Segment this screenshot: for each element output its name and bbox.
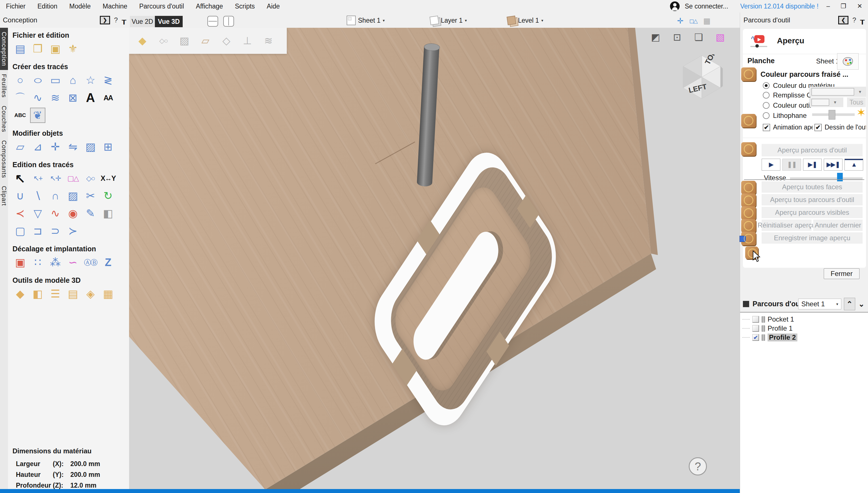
menu-item[interactable]: Fichier bbox=[0, 3, 32, 10]
help-bubble-button[interactable]: ? bbox=[689, 457, 707, 475]
fast-forward-button[interactable]: ▶▶❚ bbox=[824, 159, 843, 171]
tag-fillet-icon[interactable]: ◉ bbox=[65, 206, 81, 221]
add-zero-plane-icon[interactable]: ▦ bbox=[100, 286, 116, 301]
draw-circle-icon[interactable]: ○ bbox=[13, 72, 28, 88]
view-cube[interactable]: TOP LEFT bbox=[678, 55, 726, 102]
draw-rectangle-icon[interactable]: ▭ bbox=[48, 72, 63, 88]
wireframe-cube-icon[interactable]: ◇ bbox=[219, 34, 234, 48]
trace-bitmap-icon[interactable]: ✎ bbox=[83, 206, 98, 221]
align-to-material-icon[interactable]: ⊞ bbox=[100, 139, 116, 154]
create-text-icon[interactable]: A bbox=[83, 90, 98, 105]
sidebar-tab[interactable]: Clipart bbox=[0, 182, 8, 210]
menu-item[interactable]: Edition bbox=[32, 3, 63, 10]
user-avatar-icon[interactable] bbox=[670, 1, 680, 11]
trim-vectors-icon[interactable]: ✂ bbox=[83, 188, 98, 203]
level-dropdown[interactable]: Level 1▾ bbox=[507, 15, 543, 26]
toolpath-row-pocket-1[interactable]: Pocket 1 bbox=[740, 315, 868, 324]
clipart-bird-icon[interactable]: ❦ bbox=[30, 108, 45, 123]
sidebar-tab[interactable]: Composants bbox=[0, 136, 8, 182]
toggle-vectors-icon[interactable]: ◇○ bbox=[156, 34, 170, 48]
sheet-dropdown[interactable]: Sheet 1▾ bbox=[347, 15, 385, 26]
undo-last-button[interactable]: Annuler dernier bbox=[813, 220, 863, 231]
array-copy-icon[interactable]: ∷ bbox=[30, 255, 45, 270]
draw-curve-icon[interactable]: ∿ bbox=[30, 90, 45, 105]
snap-grid-icon[interactable]: ▦ bbox=[701, 16, 712, 26]
subtract-vectors-icon[interactable]: ∖ bbox=[30, 188, 45, 203]
job-setup-icon[interactable]: ▤ bbox=[13, 41, 28, 57]
step-button[interactable]: ▶❚ bbox=[803, 159, 822, 171]
corner-square-icon[interactable]: ⊐ bbox=[30, 223, 45, 239]
radio-global-fill[interactable]: Remplisse Globale bbox=[763, 91, 810, 99]
zoom-material-icon[interactable]: ▧ bbox=[714, 30, 727, 44]
open-file-icon[interactable]: ❐ bbox=[30, 41, 45, 57]
copy-along-curve-icon[interactable]: ∽ bbox=[65, 255, 81, 270]
viewport-3d[interactable]: ◆◇○▨▱◇⊥≋ ◩⊡❏▧ TOP LEFT ? bbox=[129, 28, 740, 489]
reset-preview-button[interactable]: Réinitialiser aperçu bbox=[762, 220, 811, 231]
move-toolpath-up-button[interactable]: ⌃ bbox=[844, 298, 855, 310]
preview-all-sides-button[interactable]: Aperçu toutes faces bbox=[762, 181, 863, 193]
sidebar-tab[interactable]: Conception bbox=[0, 28, 8, 70]
corner-external-icon[interactable]: ⊃ bbox=[48, 223, 63, 239]
add-3d-model-icon[interactable]: ◆ bbox=[13, 286, 28, 301]
toggle-material-icon[interactable]: ◆ bbox=[135, 34, 149, 48]
fillet-icon[interactable]: ≺ bbox=[13, 206, 28, 221]
toolpath-visibility-checkbox[interactable] bbox=[752, 316, 759, 323]
toggle-bitmaps-icon[interactable]: ▨ bbox=[177, 34, 191, 48]
split-horizontal-button[interactable] bbox=[207, 16, 218, 27]
zinger-icon[interactable]: Z bbox=[100, 255, 116, 270]
checkbox-draw-tool[interactable]: ✔Dessin de l'outil bbox=[814, 124, 866, 131]
layer-dropdown[interactable]: Layer 1▾ bbox=[430, 15, 467, 26]
shapes-select-icon[interactable]: ◇○ bbox=[83, 171, 98, 186]
zoom-drawing-icon[interactable]: ❏ bbox=[692, 30, 705, 44]
sketch-icon[interactable]: ≋ bbox=[48, 90, 63, 105]
box-select-icon[interactable]: ▢△ bbox=[65, 171, 81, 186]
toolpath-row-profile-1[interactable]: Profile 1 bbox=[740, 324, 868, 333]
preview-toolpath-button[interactable]: Aperçu parcours d'outil bbox=[762, 144, 863, 156]
menu-item[interactable]: Machine bbox=[97, 3, 133, 10]
nesting-icon[interactable]: ⒶⒷ bbox=[83, 255, 98, 270]
circular-copy-icon[interactable]: ⁂ bbox=[48, 255, 63, 270]
draw-arc-icon[interactable]: ⌒ bbox=[13, 90, 28, 105]
split-vertical-button[interactable] bbox=[223, 16, 234, 27]
help-icon[interactable]: ? bbox=[114, 16, 118, 24]
crop-bitmap-icon[interactable]: ◧ bbox=[100, 206, 116, 221]
preview-all-toolpaths-button[interactable]: Aperçu tous parcours d'outil bbox=[762, 194, 863, 206]
global-fill-color-dropdown[interactable]: ▼ bbox=[809, 87, 866, 97]
tab-vue-3d[interactable]: Vue 3D bbox=[155, 16, 183, 27]
chamfer-icon[interactable]: ▽ bbox=[30, 206, 45, 221]
version-update-link[interactable]: Version 12.014 disponible ! bbox=[740, 3, 819, 10]
snap-nodes-icon[interactable]: ✛ bbox=[674, 16, 686, 26]
draw-polygon-icon[interactable]: ⌂ bbox=[65, 72, 81, 88]
transform-objects-icon[interactable]: ▱ bbox=[13, 139, 28, 154]
smooth-curve-icon[interactable]: ∿ bbox=[48, 206, 63, 221]
offset-icon[interactable]: ▣ bbox=[13, 255, 28, 270]
draw-ellipse-icon[interactable]: ○ bbox=[30, 72, 45, 88]
sidebar-tab[interactable]: Couches bbox=[0, 102, 8, 136]
tous-button[interactable]: Tous bbox=[847, 98, 866, 107]
menu-item[interactable]: Modèle bbox=[63, 3, 97, 10]
origin-axes-icon[interactable]: ⊥ bbox=[240, 34, 255, 48]
help-icon[interactable]: ? bbox=[852, 16, 856, 24]
corner-sharp-icon[interactable]: ≻ bbox=[65, 223, 81, 239]
menu-item[interactable]: Aide bbox=[261, 3, 286, 10]
close-button[interactable]: ✕ bbox=[854, 3, 865, 10]
checkbox-animate-preview[interactable]: ✔Animation aperçu bbox=[763, 124, 813, 131]
toolpath-visibility-checkbox[interactable]: ✔ bbox=[752, 334, 759, 341]
text-on-curve-icon[interactable]: ABC bbox=[13, 108, 28, 123]
scale-icon[interactable]: ⊿ bbox=[30, 139, 45, 154]
pin-icon[interactable]: ┰ bbox=[860, 16, 865, 25]
dimension-icon[interactable]: ⊠ bbox=[65, 90, 81, 105]
intersect-vectors-icon[interactable]: ∩ bbox=[48, 188, 63, 203]
draw-polyline-icon[interactable]: ≷ bbox=[100, 72, 116, 88]
pause-button[interactable]: ❚❚ bbox=[782, 159, 801, 171]
panel-collapse-icon[interactable]: ❯ bbox=[100, 16, 110, 24]
iso-view-icon[interactable]: ◩ bbox=[649, 30, 662, 44]
move-selection-icon[interactable]: ↖✛ bbox=[48, 171, 63, 186]
minimize-button[interactable]: – bbox=[824, 3, 833, 10]
position-icon[interactable]: ✛ bbox=[48, 139, 63, 154]
weld-vectors-icon[interactable]: ∪ bbox=[13, 188, 28, 203]
toggle-material-plane-icon[interactable]: ▱ bbox=[198, 34, 213, 48]
menu-item[interactable]: Scripts bbox=[229, 3, 261, 10]
radio-lithophane[interactable]: Lithophane bbox=[763, 112, 807, 120]
sign-in-link[interactable]: Se connecter... bbox=[685, 3, 728, 10]
